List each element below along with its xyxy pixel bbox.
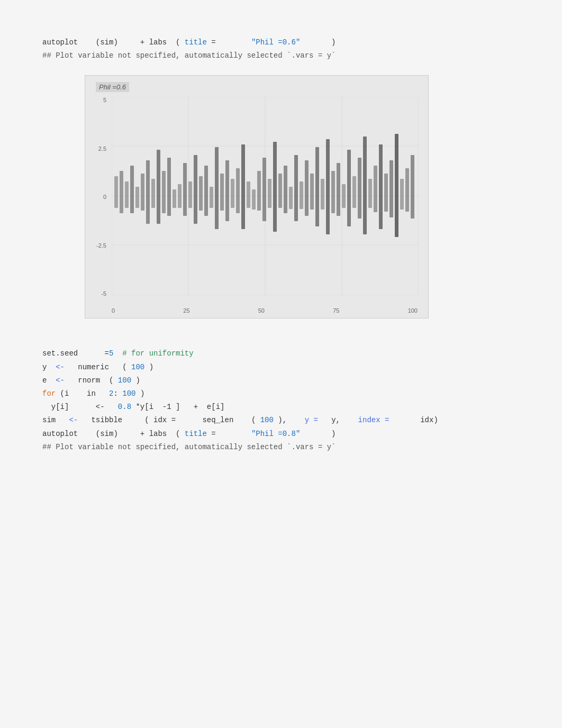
code-line-for: for (i in 2: 100 ) [42,387,520,401]
svg-rect-28 [210,187,213,208]
svg-rect-49 [321,179,324,210]
svg-rect-19 [162,171,166,213]
string-phil-06: "Phil =0.6" [251,38,300,47]
code-line-setseed: set.seed =5 # for uniformity [42,347,520,360]
svg-rect-31 [225,160,229,221]
svg-rect-32 [231,179,234,208]
svg-rect-44 [294,155,298,221]
chart-1-svg [112,97,419,295]
svg-rect-61 [384,174,388,212]
code-line-yi: y[i] <- 0.8 *y[i -1 ] + e[i] [42,401,520,414]
svg-rect-30 [220,174,224,211]
comment-line-1: ## Plot variable not specified, automati… [42,49,520,62]
svg-rect-47 [310,174,314,210]
svg-rect-40 [273,142,277,232]
code-line-e: e <- rnorm ( 100 ) [42,374,520,387]
svg-rect-34 [241,144,245,229]
svg-rect-62 [389,160,393,217]
svg-rect-53 [342,184,346,208]
svg-rect-33 [236,168,240,213]
svg-rect-41 [278,174,282,208]
svg-rect-11 [120,171,123,213]
svg-rect-54 [347,150,351,226]
svg-rect-29 [215,147,219,229]
svg-rect-63 [395,134,398,237]
svg-rect-24 [188,181,192,208]
svg-rect-58 [368,179,372,208]
code-line-1: autoplot (sim) + labs ( title = "Phil =0… [42,36,520,49]
y-axis-labels: 5 2.5 0 -2.5 -5 [85,97,109,297]
svg-rect-55 [352,176,356,208]
svg-rect-14 [135,187,139,208]
svg-rect-10 [114,176,118,208]
svg-rect-15 [141,174,144,211]
svg-rect-65 [405,168,409,212]
svg-rect-48 [315,147,319,226]
svg-rect-42 [284,166,287,213]
svg-rect-43 [289,187,293,209]
code-block-2: set.seed =5 # for uniformity y <- numeri… [42,343,520,458]
svg-rect-20 [167,158,171,216]
svg-rect-23 [183,163,187,216]
svg-rect-46 [305,160,309,216]
svg-rect-22 [178,184,182,208]
svg-rect-13 [130,166,134,213]
svg-rect-51 [331,171,335,213]
svg-rect-38 [262,158,266,221]
svg-rect-45 [300,181,303,209]
svg-rect-50 [326,139,330,234]
svg-rect-36 [252,189,256,210]
svg-rect-27 [204,166,208,216]
svg-rect-39 [268,179,271,208]
chart-1-title-label: Phil =0.6 [96,82,129,92]
svg-rect-16 [146,160,150,224]
code-line-autoplot2: autoplot (sim) + labs ( title = "Phil =0… [42,427,520,441]
svg-rect-37 [257,171,261,211]
svg-rect-59 [374,166,377,212]
svg-rect-57 [363,136,367,234]
svg-rect-18 [157,150,160,224]
svg-rect-35 [247,181,250,208]
svg-rect-66 [411,155,414,219]
svg-rect-52 [337,163,340,216]
code-line-y: y <- numeric ( 100 ) [42,361,520,374]
x-axis-labels: 0 25 50 75 100 [112,307,418,314]
page-content: autoplot (sim) + labs ( title = "Phil =0… [42,32,520,458]
svg-rect-26 [199,176,203,211]
svg-rect-21 [173,189,176,208]
svg-rect-17 [151,179,155,208]
title-keyword-1: title [185,38,207,47]
chart-1-container: Phil =0.6 5 2.5 0 -2.5 -5 [85,75,429,319]
svg-rect-64 [400,179,404,210]
svg-rect-25 [194,155,197,224]
svg-rect-12 [125,181,129,208]
code-block-1: autoplot (sim) + labs ( title = "Phil =0… [42,32,520,67]
svg-rect-56 [358,158,361,219]
comment-line-2: ## Plot variable not specified, automati… [42,441,520,454]
code-line-sim: sim <- tsibble ( idx = seq_len ( 100 ), … [42,414,520,427]
svg-rect-60 [379,144,383,229]
